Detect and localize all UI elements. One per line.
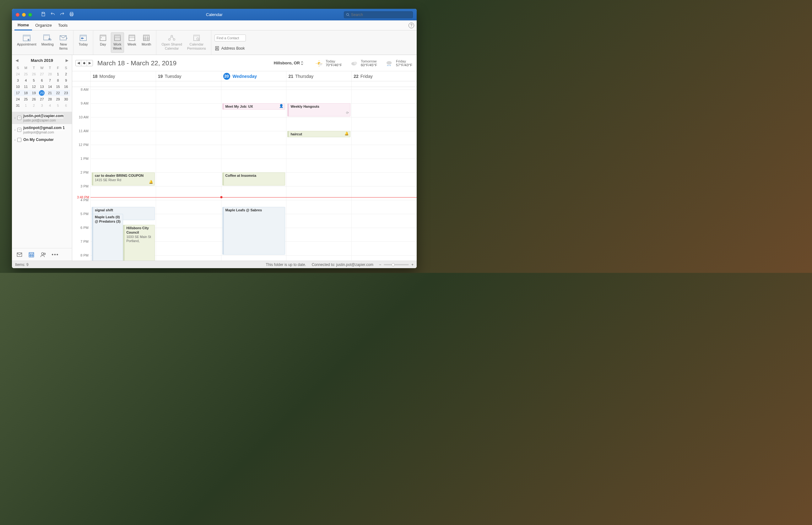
disclosure-icon[interactable]: › (14, 138, 15, 141)
mini-cal-day[interactable]: 28 (46, 71, 54, 77)
tab-organize[interactable]: Organize (32, 20, 55, 30)
mini-cal-day[interactable]: 29 (54, 96, 62, 102)
mini-cal-day[interactable]: 9 (62, 77, 70, 84)
disclosure-icon[interactable]: › (14, 116, 15, 120)
prev-month-button[interactable]: ◀ (14, 58, 19, 62)
account-item[interactable]: ›justin.pot@zapier.comjustin.pot@zapier.… (12, 112, 72, 124)
mini-cal-day[interactable]: 26 (30, 96, 38, 102)
weather-day[interactable]: Tomorrow60°F/45°F (350, 59, 377, 67)
mini-cal-day[interactable]: 28 (46, 96, 54, 102)
redo-icon[interactable] (60, 12, 65, 18)
mini-cal-day[interactable]: 19 (30, 90, 38, 96)
calendar-event[interactable]: Weekly Hangouts⟳ (287, 103, 350, 117)
calendar-nav-icon[interactable] (28, 252, 34, 258)
month-view-button[interactable]: Month (140, 32, 153, 53)
mini-cal-day[interactable]: 23 (62, 90, 70, 96)
mini-cal-day[interactable]: 2 (62, 71, 70, 77)
mini-cal-day[interactable]: 3 (14, 77, 22, 84)
day-column[interactable]: car to dealer BRING COUPON1415 SE River … (90, 87, 156, 260)
today-button[interactable]: Today (77, 32, 90, 53)
day-column[interactable] (156, 87, 221, 260)
mini-cal-day[interactable]: 15 (54, 84, 62, 90)
mini-cal-day[interactable]: 1 (22, 102, 30, 109)
week-view-button[interactable]: Week (125, 32, 138, 53)
calendar-event[interactable]: Maple Leafs (0) @ Predators (3) (92, 214, 123, 260)
meeting-button[interactable]: Meeting (40, 32, 56, 53)
zoom-out-icon[interactable]: − (379, 262, 381, 267)
appointment-button[interactable]: Appointment (15, 32, 38, 53)
mini-cal-day[interactable]: 4 (22, 77, 30, 84)
calendar-event[interactable]: Coffee at Insomnia (222, 172, 285, 185)
calendar-event[interactable]: Hillsboro City Council1033 SE Main St Po… (123, 225, 154, 260)
calendar-event[interactable]: Meet My Job: UX👤 (222, 103, 285, 109)
zoom-control[interactable]: − + (379, 262, 413, 267)
next-month-button[interactable]: ▶ (64, 58, 70, 62)
mini-cal-day[interactable]: 27 (38, 96, 46, 102)
day-column[interactable]: Meet My Job: UX👤Coffee at InsomniaMaple … (221, 87, 286, 260)
mini-cal-day[interactable]: 5 (54, 102, 62, 109)
disclosure-icon[interactable]: › (14, 128, 15, 132)
calendar-grid[interactable]: 8 AM9 AM10 AM11 AM12 PM1 PM2 PM3 PM4 PM5… (72, 87, 417, 260)
mini-cal-day[interactable]: 21 (46, 90, 54, 96)
tab-home[interactable]: Home (14, 20, 32, 30)
people-nav-icon[interactable] (40, 252, 46, 258)
close-window-button[interactable] (16, 13, 19, 17)
help-icon[interactable]: ? (408, 22, 414, 28)
day-header[interactable]: 21Thursday (286, 71, 351, 81)
more-nav-icon[interactable]: ••• (52, 252, 58, 258)
mini-cal-day[interactable]: 4 (46, 102, 54, 109)
checkbox[interactable] (17, 138, 21, 142)
mini-cal-day[interactable]: 5 (30, 77, 38, 84)
mini-cal-day[interactable]: 22 (54, 90, 62, 96)
mini-cal-day[interactable]: 12 (30, 84, 38, 90)
weather-day[interactable]: Friday57°F/43°F (385, 59, 412, 67)
mini-cal-day[interactable]: 2 (30, 102, 38, 109)
pager-next[interactable]: ▶ (87, 60, 93, 66)
pager-today[interactable]: ◆ (81, 60, 87, 66)
mini-cal-day[interactable]: 31 (14, 102, 22, 109)
checkbox[interactable] (17, 116, 21, 120)
calendar-permissions-button[interactable]: Calendar Permissions (185, 32, 208, 53)
print-icon[interactable] (69, 12, 74, 18)
day-header[interactable]: 19Tuesday (156, 71, 221, 81)
mini-cal-day[interactable]: 17 (14, 90, 22, 96)
maximize-window-button[interactable] (28, 13, 32, 17)
zoom-in-icon[interactable]: + (411, 262, 413, 267)
weather-day[interactable]: Today70°F/46°F (315, 59, 342, 67)
pager-prev[interactable]: ◀ (76, 60, 81, 66)
account-item[interactable]: ›On My Computer (12, 136, 72, 144)
mini-cal-day[interactable]: 8 (54, 77, 62, 84)
day-column[interactable] (351, 87, 417, 260)
mini-cal-day[interactable]: 24 (14, 71, 22, 77)
search-field[interactable] (344, 11, 413, 18)
mail-nav-icon[interactable] (16, 252, 22, 258)
mini-cal-day[interactable]: 20 (38, 90, 46, 96)
checkbox[interactable] (17, 128, 21, 132)
mini-cal-day[interactable]: 25 (22, 71, 30, 77)
mini-cal-day[interactable]: 27 (38, 71, 46, 77)
day-column[interactable]: Weekly Hangouts⟳haircut🔔 (286, 87, 351, 260)
mini-cal-day[interactable]: 25 (22, 96, 30, 102)
allday-row[interactable] (72, 81, 417, 87)
day-header[interactable]: 18Monday (90, 71, 156, 81)
mini-cal-day[interactable]: 7 (46, 77, 54, 84)
minimize-window-button[interactable] (22, 13, 26, 17)
zoom-slider[interactable] (384, 264, 409, 265)
mini-cal-day[interactable]: 10 (14, 84, 22, 90)
mini-cal-day[interactable]: 24 (14, 96, 22, 102)
mini-cal-day[interactable]: 18 (22, 90, 30, 96)
weather-location[interactable]: Hillsboro, OR (274, 61, 304, 65)
undo-icon[interactable] (50, 12, 55, 18)
tab-tools[interactable]: Tools (55, 20, 71, 30)
open-shared-calendar-button[interactable]: Open Shared Calendar (160, 32, 184, 53)
calendar-event[interactable]: haircut🔔 (287, 131, 350, 137)
mini-cal-day[interactable]: 26 (30, 71, 38, 77)
mini-cal-day[interactable]: 16 (62, 84, 70, 90)
mini-cal-day[interactable]: 30 (62, 96, 70, 102)
day-header[interactable]: 20Wednesday (221, 71, 286, 81)
find-contact-input[interactable]: Find a Contact (214, 34, 246, 42)
address-book-button[interactable]: Address Book (214, 46, 246, 51)
new-items-button[interactable]: New Items (57, 32, 70, 53)
calendar-event[interactable]: Maple Leafs @ Sabres (222, 207, 285, 255)
account-item[interactable]: ›justinpot@gmail.com 1justinpot@gmail.co… (12, 124, 72, 136)
